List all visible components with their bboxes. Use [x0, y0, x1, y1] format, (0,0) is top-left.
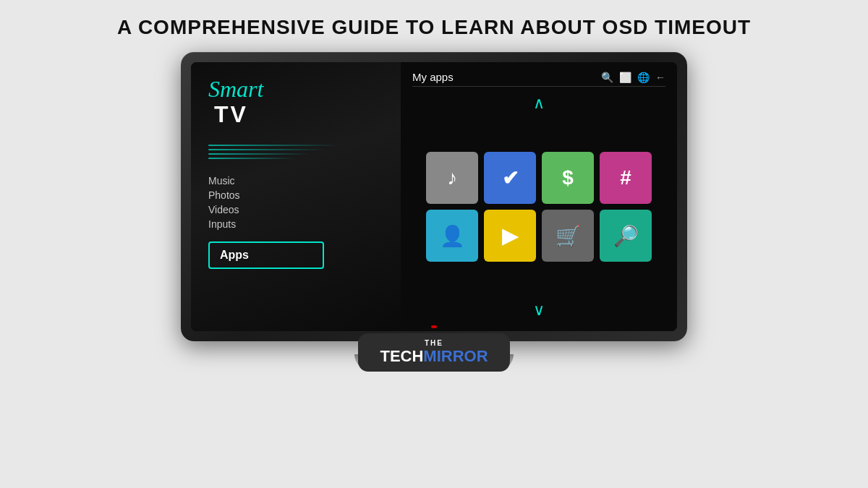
- menu-item-music[interactable]: Music: [208, 174, 383, 188]
- app-tile-music[interactable]: ♪: [426, 152, 478, 204]
- apps-header: My apps 🔍 ⬜ 🌐 ←: [412, 71, 665, 87]
- chevron-down[interactable]: ∨: [412, 298, 665, 322]
- globe-header-icon[interactable]: 🌐: [637, 72, 650, 83]
- chevron-up[interactable]: ∧: [412, 91, 665, 116]
- glow-line-4: [208, 158, 295, 159]
- logo-mirror: MIRROR: [423, 347, 488, 366]
- logo-tech: TECH: [380, 347, 423, 366]
- apps-row-1: ♪ ✔ $ #: [412, 152, 665, 204]
- tv-screen: Smart TV Music Photos Videos Inputs Apps: [191, 62, 677, 331]
- apps-header-icons: 🔍 ⬜ 🌐 ←: [601, 72, 665, 83]
- my-apps-title: My apps: [412, 71, 454, 83]
- app-tile-hash[interactable]: #: [600, 152, 652, 204]
- smart-text: Smart: [208, 77, 383, 102]
- apps-button[interactable]: Apps: [208, 241, 324, 269]
- app-tile-dollar[interactable]: $: [542, 152, 594, 204]
- apps-row-2: 👤 ▶ 🛒 🔎: [412, 210, 665, 262]
- glow-line-3: [208, 153, 310, 155]
- glow-line-2: [208, 149, 324, 150]
- tv-menu: Music Photos Videos Inputs: [208, 174, 383, 231]
- app-tile-play[interactable]: ▶: [484, 210, 536, 262]
- tv-text: TV: [214, 102, 248, 127]
- search-header-icon[interactable]: 🔍: [601, 72, 613, 83]
- smart-tv-logo: Smart TV: [208, 77, 383, 127]
- app-tile-check[interactable]: ✔: [484, 152, 536, 204]
- glow-line-1: [208, 145, 339, 146]
- menu-item-inputs[interactable]: Inputs: [208, 217, 383, 231]
- menu-item-videos[interactable]: Videos: [208, 202, 383, 217]
- tv-left-panel: Smart TV Music Photos Videos Inputs Apps: [191, 62, 401, 331]
- apps-grid: ♪ ✔ $ # 👤 ▶ 🛒 🔎: [412, 116, 665, 298]
- tv-right-panel: My apps 🔍 ⬜ 🌐 ← ∧ ♪ ✔ $ #: [401, 62, 677, 331]
- app-tile-search[interactable]: 🔎: [600, 210, 652, 262]
- glow-lines: [208, 145, 383, 162]
- tv-container: Smart TV Music Photos Videos Inputs Apps: [174, 52, 694, 385]
- screen-header-icon[interactable]: ⬜: [619, 72, 631, 83]
- page-title: A Comprehensive Guide To Learn About OSD…: [88, 0, 780, 52]
- back-header-icon[interactable]: ←: [655, 72, 665, 83]
- app-tile-user[interactable]: 👤: [426, 210, 478, 262]
- logo-the: THE: [374, 339, 494, 347]
- logo-badge: THE TECH MIRROR: [358, 333, 510, 372]
- app-tile-cart[interactable]: 🛒: [542, 210, 594, 262]
- power-led: [431, 325, 437, 328]
- menu-item-photos[interactable]: Photos: [208, 188, 383, 202]
- logo-main: TECH MIRROR: [374, 347, 494, 366]
- tv-body: Smart TV Music Photos Videos Inputs Apps: [181, 52, 687, 341]
